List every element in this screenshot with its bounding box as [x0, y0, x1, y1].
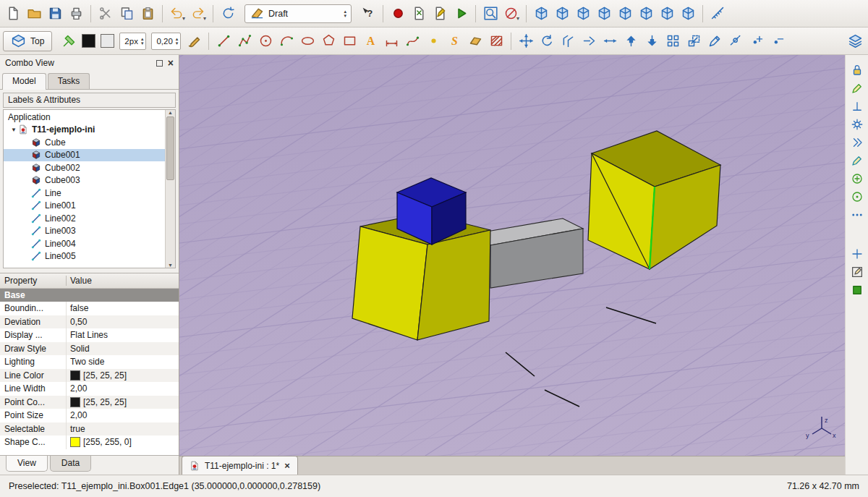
property-value[interactable]: false — [67, 303, 88, 313]
cut-icon[interactable] — [95, 4, 116, 24]
draft-dimension-icon[interactable] — [381, 31, 401, 51]
draft-facebinder-icon[interactable] — [465, 31, 485, 51]
tree-item-line003[interactable]: Line003 — [4, 225, 166, 238]
snap-parallel-icon[interactable] — [848, 135, 867, 150]
tree-item-line005[interactable]: Line005 — [4, 250, 166, 263]
tab-model[interactable]: Model — [2, 73, 46, 90]
draft-rectangle-icon[interactable] — [339, 31, 359, 51]
draw-style-icon[interactable]: ▾ — [501, 4, 522, 24]
view-axonometric-icon[interactable] — [678, 4, 698, 24]
property-row-lighting[interactable]: LightingTwo side — [0, 355, 179, 369]
snap-endpoint-icon[interactable] — [848, 80, 867, 96]
dropdown-arrow[interactable]: ▾ — [182, 15, 185, 24]
line-color-swatch[interactable] — [82, 34, 95, 48]
remove-point-icon[interactable] — [767, 31, 788, 51]
draft-wire-icon[interactable] — [234, 31, 255, 51]
snap-lock-icon[interactable] — [848, 62, 867, 78]
measure-distance-icon[interactable] — [707, 4, 728, 24]
color-swatch[interactable] — [70, 370, 80, 381]
property-row-selectable[interactable]: Selectabletrue — [0, 422, 179, 436]
copy-icon[interactable] — [116, 4, 137, 24]
scrollbar-thumb[interactable] — [166, 116, 174, 180]
subelement-highlight-icon[interactable] — [726, 31, 746, 51]
property-value[interactable]: Solid — [67, 344, 90, 354]
property-value[interactable]: 0,50 — [67, 317, 87, 327]
tree-item-line[interactable]: Line — [4, 187, 166, 200]
whats-this-icon[interactable]: ? — [358, 4, 378, 24]
snap-perpendicular-icon[interactable] — [848, 98, 867, 114]
tree-item-line002[interactable]: Line002 — [4, 212, 166, 225]
zoom-fit-icon[interactable] — [480, 4, 501, 24]
close-document-icon[interactable]: × — [284, 460, 290, 471]
document-tab[interactable]: T11-ejemplo-ini : 1* × — [182, 456, 298, 475]
property-row-point-co[interactable]: Point Co...[25, 25, 25] — [0, 396, 179, 409]
view-isometric-icon[interactable] — [531, 4, 551, 24]
tree-item-cube[interactable]: Cube — [4, 136, 166, 149]
snap-working-plane-icon[interactable] — [848, 116, 867, 132]
paste-icon[interactable] — [137, 4, 158, 24]
property-value[interactable]: true — [67, 424, 85, 434]
face-color-swatch[interactable] — [101, 34, 114, 48]
scroll-down-icon[interactable]: ▼ — [168, 263, 173, 268]
add-point-icon[interactable] — [746, 31, 767, 51]
apply-style-icon[interactable] — [184, 31, 204, 51]
expand-arrow-icon[interactable]: ▼ — [9, 127, 18, 133]
draft-hatch-icon[interactable] — [486, 31, 506, 51]
print-icon[interactable] — [66, 4, 86, 24]
combo-arrows[interactable]: ▴▾ — [344, 9, 346, 18]
edit-mode-icon[interactable] — [848, 264, 867, 280]
macro-open-icon[interactable] — [409, 4, 429, 24]
text-scale-spinbox[interactable]: 0,20▴▾ — [151, 33, 181, 50]
tree-item-document[interactable]: ▼T11-ejemplo-ini — [4, 124, 166, 137]
draft-arc-icon[interactable] — [276, 31, 297, 51]
offset-icon[interactable] — [558, 31, 578, 51]
draft-line-icon[interactable] — [213, 31, 234, 51]
line-width-combo[interactable]: 2px▴▾ — [119, 33, 146, 50]
snap-extension-icon[interactable] — [848, 153, 867, 169]
macro-play-icon[interactable] — [451, 4, 471, 24]
draft-ellipse-icon[interactable] — [297, 31, 318, 51]
property-row-draw-style[interactable]: Draw StyleSolid — [0, 342, 179, 356]
edit-icon[interactable] — [705, 31, 725, 51]
downgrade-icon[interactable] — [642, 31, 662, 51]
snap-near-icon[interactable] — [848, 246, 867, 262]
property-value[interactable]: 2,00 — [67, 383, 87, 394]
3d-viewport[interactable]: z x y — [179, 55, 845, 456]
property-row-line-color[interactable]: Line Color[25, 25, 25] — [0, 369, 179, 383]
move-icon[interactable] — [516, 31, 536, 51]
property-row-line-width[interactable]: Line Width2,00 — [0, 382, 179, 396]
view-bottom-icon[interactable] — [636, 4, 656, 24]
layers-icon[interactable] — [845, 31, 865, 51]
tree-scrollbar[interactable]: ▲ ▼ — [165, 110, 175, 268]
property-group-base[interactable]: Base — [0, 289, 179, 302]
finish-edit-icon[interactable] — [848, 282, 867, 298]
property-value[interactable]: [255, 255, 0] — [67, 437, 132, 447]
property-value[interactable]: Two side — [67, 357, 104, 367]
view-front-icon[interactable] — [552, 4, 572, 24]
tree-item-cube001[interactable]: Cube001 — [4, 149, 166, 162]
tree-item-line001[interactable]: Line001 — [4, 200, 166, 213]
scroll-up-icon[interactable]: ▲ — [168, 110, 173, 115]
property-value[interactable]: Flat Lines — [67, 330, 108, 340]
property-value[interactable]: [25, 25, 25] — [67, 397, 127, 407]
draft-shapestring-icon[interactable]: S — [444, 31, 464, 51]
trimex-icon[interactable] — [579, 31, 599, 51]
view-top-icon[interactable] — [573, 4, 593, 24]
dropdown-arrow[interactable]: ▾ — [516, 15, 519, 24]
draft-bspline-icon[interactable] — [402, 31, 422, 51]
property-value[interactable]: 2,00 — [67, 410, 87, 420]
rotate-icon[interactable] — [537, 31, 557, 51]
undo-icon[interactable]: ▾ — [167, 4, 187, 24]
property-column-header[interactable]: Property — [0, 276, 67, 286]
workbench-selector[interactable]: Draft▴▾ — [244, 4, 352, 23]
refresh-icon[interactable] — [218, 4, 238, 24]
macro-edit-icon[interactable] — [430, 4, 450, 24]
draft-text-icon[interactable]: A — [360, 31, 380, 51]
snap-center-icon[interactable] — [848, 171, 867, 187]
close-panel-icon[interactable]: × — [168, 59, 174, 67]
draft-circle-icon[interactable] — [255, 31, 276, 51]
tree-root-application[interactable]: Application — [4, 111, 166, 124]
view-right-icon[interactable] — [594, 4, 614, 24]
stretch-icon[interactable] — [600, 31, 620, 51]
new-document-icon[interactable] — [3, 4, 23, 24]
